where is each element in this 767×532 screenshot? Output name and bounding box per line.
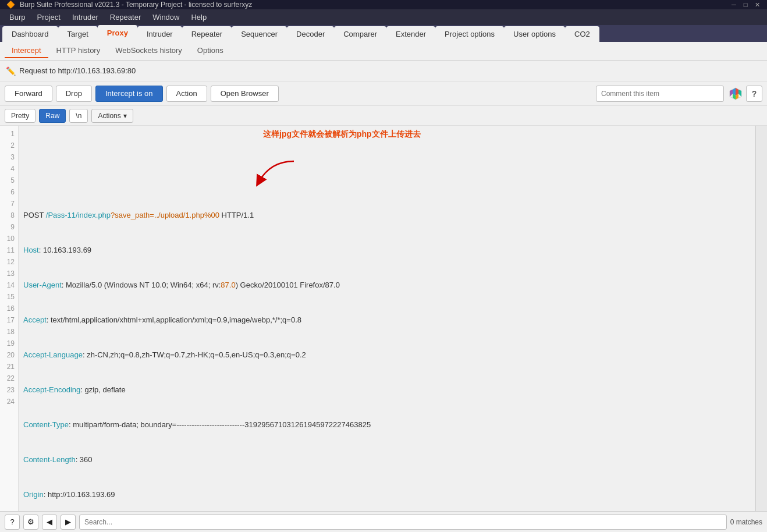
maximize-button[interactable]: □ bbox=[741, 1, 750, 9]
main-content: Intercept HTTP history WebSockets histor… bbox=[0, 42, 767, 532]
svg-marker-6 bbox=[738, 90, 741, 97]
tab-user-options[interactable]: User options bbox=[504, 26, 565, 42]
code-line-7: Content-Type: multipart/form-data; bound… bbox=[23, 419, 762, 431]
tab-intruder[interactable]: Intruder bbox=[137, 26, 182, 42]
back-button[interactable]: ◀ bbox=[42, 515, 57, 530]
title-bar-controls: ─ □ ✕ bbox=[730, 1, 761, 9]
title-bar: 🔶 Burp Suite Professional v2021.3 - Temp… bbox=[0, 0, 767, 9]
code-line-8: Content-Length: 360 bbox=[23, 454, 762, 466]
sub-tab-websockets-history[interactable]: WebSockets history bbox=[108, 44, 189, 58]
menu-window[interactable]: Window bbox=[148, 12, 184, 23]
actions-label: Actions bbox=[98, 112, 120, 120]
tab-proxy[interactable]: Proxy bbox=[98, 25, 137, 42]
tab-target[interactable]: Target bbox=[58, 26, 98, 42]
help-icon[interactable]: ? bbox=[746, 86, 762, 102]
code-line-5: Accept-Language: zh-CN,zh;q=0.8,zh-TW;q=… bbox=[23, 349, 762, 361]
intercept-toggle-button[interactable]: Intercept is on bbox=[95, 86, 163, 102]
window-title: Burp Suite Professional v2021.3 - Tempor… bbox=[20, 1, 252, 9]
forward-nav-button[interactable]: ▶ bbox=[61, 515, 76, 530]
request-url: Request to http://10.163.193.69:80 bbox=[19, 66, 136, 75]
tab-dashboard[interactable]: Dashboard bbox=[2, 26, 58, 42]
tab-project-options[interactable]: Project options bbox=[435, 26, 504, 42]
tab-decoder[interactable]: Decoder bbox=[287, 26, 334, 42]
help-status-icon[interactable]: ? bbox=[5, 515, 20, 530]
newline-button[interactable]: \n bbox=[69, 109, 88, 123]
annotation-text: 这样jpg文件就会被解析为php文件上传进去 bbox=[263, 128, 421, 140]
comment-input[interactable] bbox=[596, 86, 724, 102]
actions-dropdown[interactable]: Actions ▾ bbox=[91, 109, 133, 123]
code-line-6: Accept-Encoding: gzip, deflate bbox=[23, 384, 762, 396]
annotation-arrow-icon bbox=[228, 147, 300, 203]
menu-intruder[interactable]: Intruder bbox=[68, 12, 103, 23]
menu-bar: Burp Project Intruder Repeater Window He… bbox=[0, 9, 767, 25]
code-editor: Pretty Raw \n Actions ▾ 12345 678910 111… bbox=[0, 106, 767, 532]
edit-icon: ✏️ bbox=[6, 66, 16, 76]
code-view[interactable]: 12345 678910 1112131415 1617181920 21222… bbox=[0, 126, 767, 532]
main-tab-bar: Dashboard Target Proxy Intruder Repeater… bbox=[0, 25, 767, 42]
pretty-button[interactable]: Pretty bbox=[5, 109, 35, 123]
sub-tab-intercept[interactable]: Intercept bbox=[5, 44, 48, 58]
matches-count: 0 matches bbox=[730, 518, 762, 526]
drop-button[interactable]: Drop bbox=[56, 86, 92, 102]
code-content[interactable]: 这样jpg文件就会被解析为php文件上传进去 POST /Pas bbox=[19, 126, 767, 532]
app-container: 🔶 Burp Suite Professional v2021.3 - Temp… bbox=[0, 0, 767, 532]
close-button[interactable]: ✕ bbox=[753, 1, 761, 9]
code-line-9: Origin: http://10.163.193.69 bbox=[23, 489, 762, 501]
code-line-3: User-Agent: Mozilla/5.0 (Windows NT 10.0… bbox=[23, 279, 762, 291]
status-bar: ? ⚙ ◀ ▶ 0 matches bbox=[0, 511, 767, 532]
svg-marker-5 bbox=[730, 90, 733, 97]
code-line-2: Host: 10.163.193.69 bbox=[23, 244, 762, 256]
sub-tab-http-history[interactable]: HTTP history bbox=[49, 44, 108, 58]
inspector-panel: INSPECTOR bbox=[755, 126, 767, 532]
search-input[interactable] bbox=[79, 515, 727, 530]
menu-burp[interactable]: Burp bbox=[5, 12, 30, 23]
open-browser-button[interactable]: Open Browser bbox=[211, 86, 279, 102]
minimize-button[interactable]: ─ bbox=[730, 1, 738, 9]
tab-repeater[interactable]: Repeater bbox=[182, 26, 232, 42]
tab-comparer[interactable]: Comparer bbox=[334, 26, 386, 42]
actions-chevron-icon: ▾ bbox=[123, 112, 127, 120]
title-bar-left: 🔶 Burp Suite Professional v2021.3 - Temp… bbox=[6, 0, 252, 9]
editor-toolbar: Pretty Raw \n Actions ▾ bbox=[0, 106, 767, 126]
tab-sequencer[interactable]: Sequencer bbox=[232, 26, 287, 42]
menu-help[interactable]: Help bbox=[186, 12, 211, 23]
menu-repeater[interactable]: Repeater bbox=[105, 12, 145, 23]
request-header: ✏️ Request to http://10.163.193.69:80 bbox=[0, 61, 767, 81]
button-toolbar: Forward Drop Intercept is on Action Open… bbox=[0, 81, 767, 106]
tab-co2[interactable]: CO2 bbox=[565, 26, 599, 42]
sub-tab-options[interactable]: Options bbox=[190, 44, 230, 58]
toolbar-icons: ? bbox=[727, 86, 762, 102]
action-button[interactable]: Action bbox=[166, 86, 207, 102]
sub-tab-bar: Intercept HTTP history WebSockets histor… bbox=[0, 42, 767, 61]
forward-button[interactable]: Forward bbox=[5, 86, 52, 102]
burp-multicolor-icon bbox=[727, 86, 744, 102]
tab-extender[interactable]: Extender bbox=[386, 26, 435, 42]
raw-button[interactable]: Raw bbox=[39, 109, 66, 123]
burp-logo-icon: 🔶 bbox=[6, 0, 15, 9]
menu-project[interactable]: Project bbox=[32, 12, 65, 23]
code-line-1: POST /Pass-11/index.php?save_path=../upl… bbox=[23, 210, 762, 221]
code-line-4: Accept: text/html,application/xhtml+xml,… bbox=[23, 314, 762, 326]
settings-icon[interactable]: ⚙ bbox=[23, 515, 38, 530]
line-numbers: 12345 678910 1112131415 1617181920 21222… bbox=[0, 126, 19, 532]
